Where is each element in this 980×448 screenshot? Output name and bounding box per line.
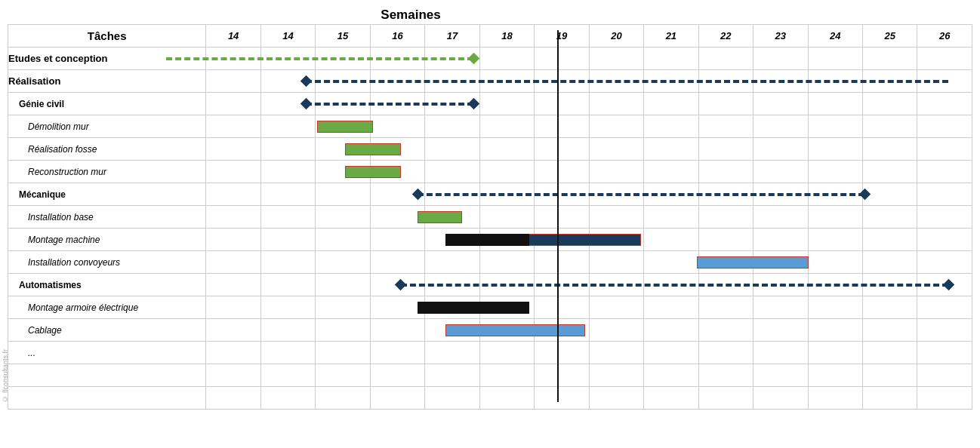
gantt-cell-genie-civil-w0 [206,93,260,115]
week-header-8: 21 [644,25,698,48]
gantt-cell-etudes-w13 [917,48,972,70]
task-label-mecanique: Mécanique [8,183,206,206]
gantt-row-etudes: Etudes et conception [8,48,972,70]
task-label-installation-base: Installation base [8,206,206,229]
gantt-cell-installation-convoyeurs-w1 [260,251,315,274]
gantt-row-realisation-fosse: Réalisation fosse [8,138,972,161]
gantt-cell-cablage-w6 [535,319,589,342]
gantt-cell-installation-convoyeurs-w5 [479,251,534,274]
gantt-cell-montage-armoire-w6 [535,296,589,319]
gantt-cell-genie-civil-w7 [589,93,643,115]
gantt-cell-mecanique-w8 [644,183,698,206]
gantt-row-empty2 [8,387,972,410]
gantt-cell-installation-base-w8 [644,206,698,229]
gantt-cell-empty1-w9 [698,364,753,387]
gantt-cell-automatismes-w13 [917,274,972,296]
gantt-cell-mecanique-w7 [589,183,643,206]
gantt-cell-reconstruction-mur-w9 [698,161,753,183]
gantt-cell-reconstruction-mur-w11 [808,161,862,183]
gantt-cell-realisation-w2 [316,70,370,93]
gantt-cell-etudes-w3 [370,48,424,70]
gantt-cell-automatismes-w1 [260,274,315,296]
gantt-cell-reconstruction-mur-w7 [589,161,643,183]
gantt-cell-montage-armoire-w5 [479,296,534,319]
gantt-row-installation-base: Installation base [8,206,972,229]
gantt-cell-mecanique-w0 [206,183,260,206]
gantt-cell-demolition-mur-w1 [260,115,315,138]
gantt-cell-montage-machine-w2 [316,229,370,251]
gantt-cell-automatismes-w9 [698,274,753,296]
gantt-cell-dots-w3 [370,342,424,364]
week-header-1: 14 [260,25,315,48]
gantt-cell-realisation-w6 [535,70,589,93]
gantt-cell-montage-machine-w0 [206,229,260,251]
gantt-cell-reconstruction-mur-w10 [753,161,808,183]
gantt-cell-montage-armoire-w4 [425,296,479,319]
gantt-cell-realisation-w4 [425,70,479,93]
gantt-cell-dots-w11 [808,342,862,364]
gantt-cell-realisation-w11 [808,70,862,93]
gantt-cell-etudes-w0 [206,48,260,70]
gantt-cell-etudes-w4 [425,48,479,70]
gantt-cell-montage-armoire-w1 [260,296,315,319]
gantt-cell-genie-civil-w6 [535,93,589,115]
gantt-cell-montage-machine-w12 [863,229,917,251]
gantt-cell-montage-machine-w1 [260,229,315,251]
week-header-10: 23 [753,25,808,48]
gantt-cell-realisation-fosse-w13 [917,138,972,161]
week-header-2: 15 [316,25,370,48]
gantt-cell-automatismes-w3 [370,274,424,296]
task-label-dots: ... [8,342,206,364]
gantt-cell-dots-w5 [479,342,534,364]
gantt-cell-dots-w1 [260,342,315,364]
gantt-cell-automatismes-w2 [316,274,370,296]
gantt-cell-mecanique-w9 [698,183,753,206]
gantt-cell-installation-base-w4 [425,206,479,229]
gantt-cell-dots-w4 [425,342,479,364]
week-header-4: 17 [425,25,479,48]
gantt-cell-demolition-mur-w6 [535,115,589,138]
gantt-cell-cablage-w9 [698,319,753,342]
gantt-cell-demolition-mur-w9 [698,115,753,138]
gantt-cell-dots-w7 [589,342,643,364]
gantt-cell-realisation-fosse-w12 [863,138,917,161]
gantt-cell-automatismes-w7 [589,274,643,296]
week-header-12: 25 [863,25,917,48]
chart-title: Semaines [8,8,972,23]
gantt-cell-empty1-w8 [644,364,698,387]
gantt-row-montage-armoire: Montage armoire électrique [8,296,972,319]
gantt-cell-installation-convoyeurs-w7 [589,251,643,274]
gantt-cell-reconstruction-mur-w4 [425,161,479,183]
gantt-row-empty1 [8,364,972,387]
gantt-cell-realisation-w3 [370,70,424,93]
gantt-cell-empty2-w3 [370,387,424,410]
gantt-cell-empty1-w13 [917,364,972,387]
gantt-cell-empty2-w8 [644,387,698,410]
gantt-cell-realisation-fosse-w10 [753,138,808,161]
gantt-cell-realisation-w5 [479,70,534,93]
week-header-0: 14 [206,25,260,48]
gantt-cell-installation-base-w10 [753,206,808,229]
gantt-cell-installation-base-w9 [698,206,753,229]
gantt-cell-demolition-mur-w4 [425,115,479,138]
gantt-row-realisation: Réalisation [8,70,972,93]
week-header-9: 22 [698,25,753,48]
gantt-cell-installation-base-w2 [316,206,370,229]
gantt-cell-mecanique-w10 [753,183,808,206]
gantt-cell-installation-base-w7 [589,206,643,229]
task-label-realisation-fosse: Réalisation fosse [8,138,206,161]
task-label-montage-machine: Montage machine [8,229,206,251]
gantt-cell-mecanique-w13 [917,183,972,206]
gantt-cell-cablage-w11 [808,319,862,342]
gantt-row-dots: ... [8,342,972,364]
gantt-cell-cablage-w3 [370,319,424,342]
gantt-cell-empty1-w10 [753,364,808,387]
gantt-cell-mecanique-w4 [425,183,479,206]
gantt-cell-etudes-w5 [479,48,534,70]
gantt-cell-cablage-w0 [206,319,260,342]
tasks-header: Tâches [8,25,206,48]
gantt-cell-genie-civil-w1 [260,93,315,115]
gantt-row-genie-civil: Génie civil [8,93,972,115]
gantt-cell-cablage-w4 [425,319,479,342]
gantt-cell-empty2-w0 [206,387,260,410]
